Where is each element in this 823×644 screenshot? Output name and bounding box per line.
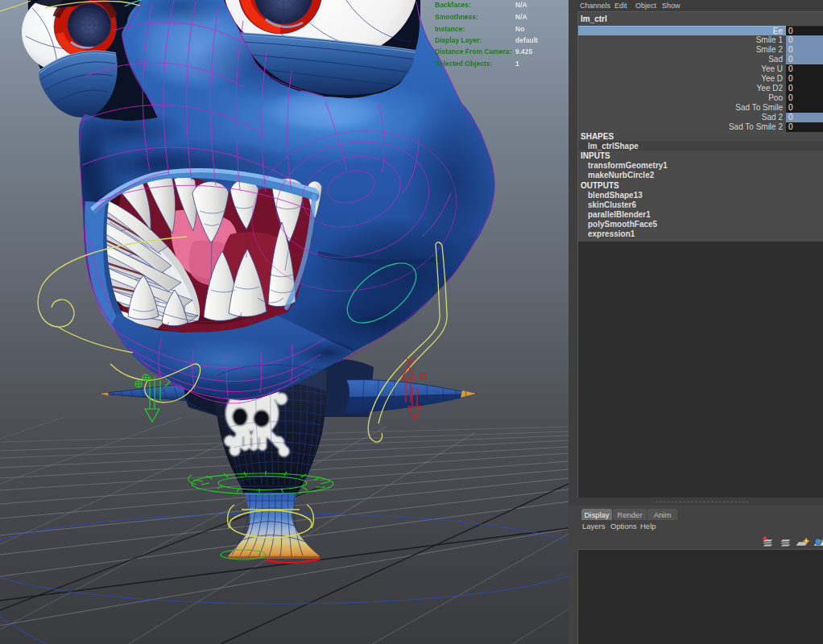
svg-text:Smoothness:: Smoothness: <box>435 13 478 21</box>
svg-text:9.425: 9.425 <box>515 47 533 56</box>
svg-text:1: 1 <box>515 60 519 68</box>
svg-text:Backfaces:: Backfaces: <box>435 1 471 9</box>
svg-text:N/A: N/A <box>515 13 527 21</box>
svg-text:N/A: N/A <box>515 1 527 9</box>
svg-text:Display Layer:: Display Layer: <box>435 36 482 44</box>
svg-text:Distance From Camera:: Distance From Camera: <box>435 47 512 56</box>
svg-text:Selected Objects:: Selected Objects: <box>435 60 493 68</box>
svg-text:Instance:: Instance: <box>435 25 465 33</box>
svg-text:No: No <box>515 25 524 33</box>
svg-text:default: default <box>515 36 538 44</box>
